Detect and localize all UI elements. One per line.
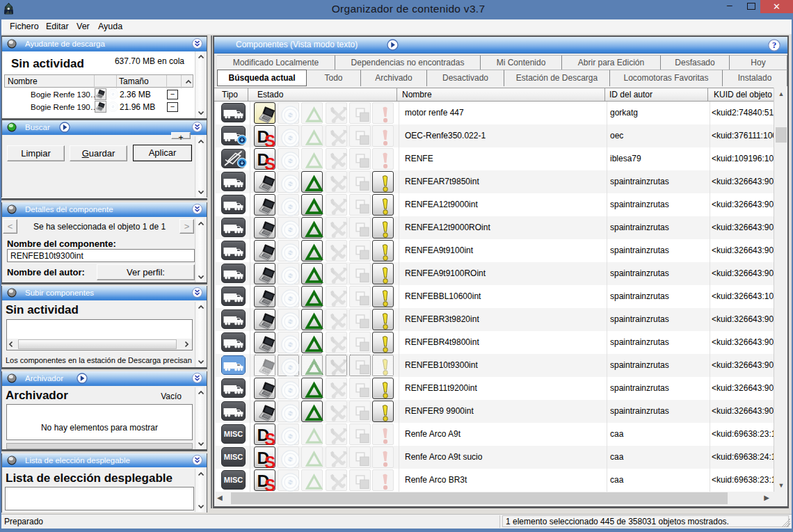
svg-text:S: S	[264, 430, 275, 446]
svg-text:S: S	[264, 132, 275, 147]
svg-text:S: S	[264, 476, 275, 492]
svg-text:S: S	[264, 155, 275, 170]
svg-text:S: S	[264, 453, 275, 469]
svg-text:?: ?	[772, 40, 776, 50]
